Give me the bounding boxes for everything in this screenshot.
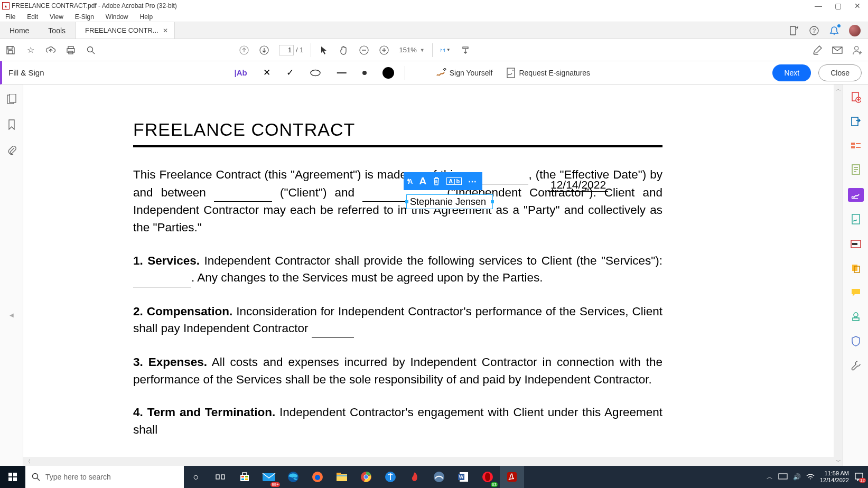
zoom-out-icon[interactable] bbox=[359, 45, 369, 55]
annotation-text: Stephanie Jensen bbox=[407, 196, 486, 208]
cloud-upload-icon[interactable] bbox=[45, 45, 56, 55]
tab-close-icon[interactable]: ✕ bbox=[163, 27, 168, 34]
menu-view[interactable]: View bbox=[48, 12, 66, 22]
store-icon[interactable] bbox=[232, 466, 257, 488]
organize-icon[interactable] bbox=[850, 164, 862, 176]
cortana-icon[interactable]: ○ bbox=[184, 466, 208, 488]
start-button[interactable] bbox=[0, 466, 25, 488]
taskbar-search[interactable]: Type here to search bbox=[25, 466, 184, 488]
hand-icon[interactable] bbox=[339, 45, 349, 55]
add-person-icon[interactable] bbox=[852, 45, 863, 55]
edit-pdf-icon[interactable] bbox=[850, 139, 862, 152]
request-sign-tool-icon[interactable] bbox=[850, 213, 862, 226]
attachments-icon[interactable] bbox=[7, 145, 16, 155]
help-icon[interactable]: ? bbox=[809, 25, 819, 36]
share-mobile-icon[interactable] bbox=[789, 25, 799, 36]
tab-tools[interactable]: Tools bbox=[39, 22, 75, 39]
document-viewport[interactable]: FREELANCE CONTRACT This Freelance Contra… bbox=[23, 85, 843, 466]
next-button[interactable]: Next bbox=[772, 64, 811, 81]
bookmarks-icon[interactable] bbox=[7, 119, 16, 130]
stamp-icon[interactable] bbox=[850, 311, 862, 323]
check-mark-tool[interactable]: ✓ bbox=[286, 67, 294, 78]
app-arc-icon[interactable] bbox=[427, 466, 451, 488]
tab-document[interactable]: FREELANCE CONTR... ✕ bbox=[75, 22, 175, 39]
edge-icon[interactable] bbox=[281, 466, 305, 488]
tray-chevron-icon[interactable]: ︿ bbox=[767, 473, 773, 482]
minimize-button[interactable]: — bbox=[815, 2, 822, 10]
redact-icon[interactable] bbox=[850, 238, 862, 250]
comment-icon[interactable] bbox=[850, 286, 862, 299]
search-icon[interactable] bbox=[86, 45, 96, 55]
tray-volume-icon[interactable]: 🔊 bbox=[793, 473, 801, 481]
protect-icon[interactable] bbox=[850, 335, 862, 348]
word-icon[interactable]: W bbox=[451, 466, 475, 488]
close-window-button[interactable]: ✕ bbox=[854, 2, 861, 10]
filled-date-field[interactable]: 12/14/2022 bbox=[548, 179, 608, 192]
scroll-up-icon[interactable]: ︿ bbox=[834, 85, 843, 93]
more-options-icon[interactable]: ⋯ bbox=[468, 176, 477, 186]
thumbnails-icon[interactable] bbox=[6, 94, 17, 105]
page-up-icon[interactable] bbox=[239, 45, 249, 55]
menu-file[interactable]: File bbox=[3, 12, 17, 22]
scroll-down-icon[interactable]: ﹀ bbox=[834, 457, 843, 466]
increase-font-icon[interactable]: A bbox=[419, 175, 426, 187]
export-pdf-icon[interactable] bbox=[850, 115, 862, 128]
dot-tool[interactable] bbox=[362, 71, 367, 75]
x-mark-tool[interactable]: ✕ bbox=[263, 67, 270, 78]
zoom-level[interactable]: 151% ▼ bbox=[399, 46, 424, 54]
delete-annotation-icon[interactable] bbox=[433, 177, 440, 185]
envelope-icon[interactable] bbox=[832, 45, 843, 55]
sign-yourself-button[interactable]: Sign Yourself bbox=[436, 68, 493, 78]
task-view-icon[interactable] bbox=[208, 466, 232, 488]
fit-width-icon[interactable]: ▼ bbox=[440, 45, 451, 55]
horizontal-scrollbar[interactable]: 〈 bbox=[23, 457, 834, 466]
page-down-icon[interactable] bbox=[259, 45, 269, 55]
color-picker[interactable] bbox=[382, 67, 394, 79]
tray-wifi-icon[interactable] bbox=[806, 473, 815, 481]
app-flame-icon[interactable] bbox=[403, 466, 427, 488]
tray-keyboard-icon[interactable] bbox=[778, 473, 788, 481]
comb-field-icon[interactable]: A|b bbox=[446, 177, 462, 185]
menu-window[interactable]: Window bbox=[104, 12, 130, 22]
acrobat-taskbar-icon[interactable] bbox=[500, 466, 524, 488]
decrease-font-icon[interactable]: A bbox=[408, 177, 413, 185]
page-input[interactable] bbox=[279, 45, 294, 55]
pencil-icon[interactable] bbox=[812, 45, 823, 55]
scroll-left-icon[interactable]: 〈 bbox=[23, 458, 32, 465]
svg-rect-23 bbox=[507, 68, 515, 78]
menu-edit[interactable]: Edit bbox=[25, 12, 40, 22]
fill-sign-tool-icon[interactable] bbox=[848, 188, 864, 202]
more-tools-icon[interactable] bbox=[850, 359, 862, 372]
maximize-button[interactable]: ▢ bbox=[835, 2, 842, 10]
save-icon[interactable] bbox=[5, 45, 16, 55]
bell-icon[interactable] bbox=[829, 25, 839, 36]
chrome-icon[interactable] bbox=[354, 466, 378, 488]
request-signatures-button[interactable]: Request E-signatures bbox=[506, 68, 590, 78]
app-circle-icon[interactable] bbox=[378, 466, 403, 488]
user-avatar[interactable] bbox=[849, 25, 861, 36]
collapse-left-rail[interactable]: ◀ bbox=[10, 312, 14, 318]
menu-esign[interactable]: E-Sign bbox=[73, 12, 96, 22]
notifications-tray-icon[interactable]: 12 bbox=[854, 472, 864, 482]
svg-rect-31 bbox=[852, 117, 858, 126]
zoom-in-icon[interactable] bbox=[379, 45, 389, 55]
system-clock[interactable]: 11:59 AM 12/14/2022 bbox=[820, 470, 849, 484]
combine-icon[interactable] bbox=[850, 262, 862, 275]
text-tool[interactable]: |Ab bbox=[235, 68, 247, 77]
pointer-icon[interactable] bbox=[319, 45, 329, 55]
close-panel-button[interactable]: Close bbox=[818, 64, 862, 81]
firefox-icon[interactable] bbox=[305, 466, 330, 488]
scroll-mode-icon[interactable] bbox=[460, 45, 471, 55]
mail-icon[interactable]: 99+ bbox=[257, 466, 281, 488]
line-tool[interactable]: — bbox=[337, 67, 347, 78]
explorer-icon[interactable] bbox=[330, 466, 354, 488]
vertical-scrollbar[interactable]: ︿ ﹀ bbox=[834, 85, 843, 466]
star-icon[interactable]: ☆ bbox=[25, 45, 36, 55]
active-text-annotation[interactable]: Stephanie Jensen bbox=[406, 194, 493, 209]
opera-icon[interactable]: 63 bbox=[475, 466, 500, 488]
circle-tool[interactable] bbox=[310, 69, 321, 77]
print-icon[interactable] bbox=[66, 45, 76, 55]
tab-home[interactable]: Home bbox=[0, 22, 39, 39]
create-pdf-icon[interactable] bbox=[850, 91, 862, 104]
menu-help[interactable]: Help bbox=[138, 12, 155, 22]
